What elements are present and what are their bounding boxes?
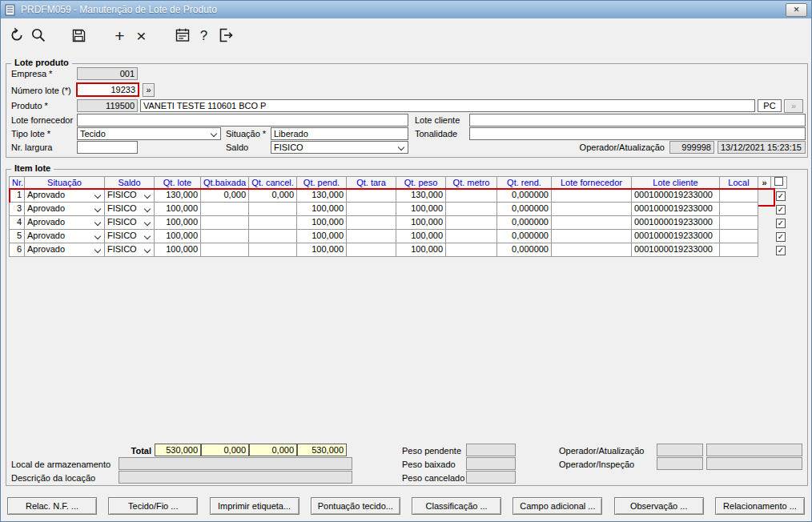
plus-icon: + — [115, 27, 124, 44]
grid-cell — [347, 189, 396, 203]
grid-cell-dropdown[interactable]: Aprovado — [25, 203, 105, 216]
grid-cell: 100,000 — [155, 230, 201, 243]
grid-row[interactable]: 3AprovadoFISICO100,000100,000100,0000,00… — [9, 203, 787, 216]
footer-button[interactable]: Tecido/Fio ... — [108, 497, 198, 515]
grid-col-header[interactable]: Qt. rend. — [497, 176, 552, 189]
grid-cell-dropdown[interactable]: FISICO — [105, 243, 155, 257]
grid-cell-dropdown[interactable]: FISICO — [105, 230, 155, 243]
grid-cell: 100,000 — [396, 230, 446, 243]
grid-cell — [446, 216, 497, 230]
delete-button[interactable]: × — [131, 25, 152, 46]
footer-button[interactable]: Pontuação tecido... — [311, 497, 400, 515]
grid-col-header[interactable]: Qt. metro — [446, 176, 497, 189]
row-checkbox[interactable]: ✓ — [771, 230, 787, 243]
grid-row-gap — [758, 203, 771, 216]
lote-fornecedor-field[interactable] — [77, 114, 408, 126]
peso-pendente-label: Peso pendente — [402, 444, 461, 457]
calendar-button[interactable] — [171, 25, 193, 46]
grid-col-header[interactable]: Qt.baixada — [201, 176, 249, 189]
footer-button[interactable]: Imprimir etiqueta... — [210, 497, 299, 515]
grid-cell — [347, 203, 396, 216]
row-checkbox[interactable]: ✓ — [771, 203, 787, 216]
nr-largura-field[interactable] — [77, 141, 138, 154]
total-qt-pend-field: 530,000 — [297, 444, 347, 456]
grid-col-header[interactable]: Lote cliente — [632, 176, 720, 189]
grid-cell: 100,000 — [155, 243, 201, 257]
grid-cell-dropdown[interactable]: FISICO — [105, 203, 155, 216]
grid-col-header[interactable]: Qt. tara — [347, 176, 396, 189]
numero-lote-field[interactable]: 19233 — [76, 82, 139, 97]
grid-col-header[interactable]: Local — [720, 176, 758, 189]
grid-col-header[interactable]: Lote fornecedor — [552, 176, 632, 189]
total-label: Total — [103, 444, 151, 457]
grid-row[interactable]: 4AprovadoFISICO100,000100,000100,0000,00… — [9, 216, 787, 230]
grid-cell: 100,000 — [155, 216, 201, 230]
descricao-locacao-label: Descrição da locação — [11, 472, 95, 484]
item-lote-group: Item lote Nr.SituaçãoSaldoQt. loteQt.bai… — [6, 169, 808, 486]
chevron-down-icon — [144, 247, 151, 253]
grid-row[interactable]: 1AprovadoFISICO130,0000,0000,000130,0001… — [9, 189, 787, 203]
add-button[interactable]: + — [109, 25, 131, 46]
grid-checkbox-header[interactable] — [771, 176, 787, 189]
grid-cell: 0,000000 — [497, 189, 552, 203]
row-checkbox[interactable]: ✓ — [771, 189, 787, 203]
footer-button[interactable]: Classificação ... — [412, 497, 501, 515]
grid-cell-dropdown[interactable]: Aprovado — [25, 189, 105, 203]
grid-row[interactable]: 5AprovadoFISICO100,000100,000100,0000,00… — [9, 230, 787, 243]
grid-col-header[interactable]: Situação — [25, 176, 105, 189]
grid-cell — [552, 189, 632, 203]
tonalidade-field[interactable] — [469, 127, 806, 140]
grid-cell — [552, 243, 632, 257]
produto-descricao-field: VANETI TESTE 110601 BCO P — [140, 99, 755, 112]
tonalidade-label: Tonalidade — [415, 127, 457, 140]
refresh-button[interactable] — [6, 25, 27, 46]
grid-cell-dropdown[interactable]: FISICO — [105, 189, 155, 203]
saldo-select[interactable]: FISICO — [271, 141, 408, 154]
help-button[interactable]: ? — [193, 25, 215, 46]
grid-row-gap — [758, 216, 771, 230]
grid-cell: 1 — [9, 189, 25, 203]
grid-col-header[interactable]: Nr. — [9, 176, 25, 189]
grid-col-header[interactable]: Qt. pend. — [297, 176, 347, 189]
close-button[interactable]: × — [786, 3, 807, 17]
footer-button[interactable]: Campo adicional ... — [513, 497, 602, 515]
toolbar-spacer — [90, 35, 109, 36]
grid-more-columns-button[interactable]: » — [758, 176, 771, 189]
footer-button[interactable]: Observação ... — [614, 497, 704, 515]
grid-cell-dropdown[interactable]: Aprovado — [25, 243, 105, 257]
row-checkbox[interactable]: ✓ — [771, 243, 787, 257]
grid-cell — [347, 230, 396, 243]
help-icon: ? — [200, 27, 207, 44]
peso-cancelado-label: Peso cancelado — [402, 472, 464, 484]
grid-row[interactable]: 6AprovadoFISICO100,000100,000100,0000,00… — [9, 243, 787, 257]
row-checkbox[interactable]: ✓ — [771, 216, 787, 230]
grid-cell-dropdown[interactable]: FISICO — [105, 216, 155, 230]
situacao-field[interactable]: Liberado — [271, 127, 408, 140]
numero-lote-expand-button[interactable]: » — [143, 83, 155, 97]
grid-cell: 0001000019233000 — [632, 189, 720, 203]
save-button[interactable] — [68, 25, 90, 46]
grid-cell-dropdown[interactable]: Aprovado — [25, 216, 105, 230]
footer-button[interactable]: Relacionamento ... — [715, 497, 805, 515]
grid-cell: 0001000019233000 — [632, 216, 720, 230]
footer-button[interactable]: Relac. N.F. ... — [7, 497, 97, 515]
grid-cell-dropdown[interactable]: Aprovado — [25, 230, 105, 243]
grid-col-header[interactable]: Qt. lote — [155, 176, 201, 189]
checkmark-icon: ✓ — [776, 232, 786, 242]
grid-col-header[interactable]: Saldo — [105, 176, 155, 189]
grid-col-header[interactable]: Qt. cancel. — [249, 176, 297, 189]
lote-produto-group: Lote produto Empresa * 001 Número lote (… — [6, 63, 808, 158]
grid-cell: 0,000 — [249, 189, 297, 203]
grid-col-header[interactable]: Qt. peso — [396, 176, 446, 189]
grid-header-row: Nr.SituaçãoSaldoQt. loteQt.baixadaQt. ca… — [9, 176, 787, 189]
footer-operador-atualizacao-field-1 — [657, 444, 703, 456]
produto-expand-button[interactable]: » — [784, 99, 803, 113]
checkbox-header-icon — [774, 177, 783, 186]
exit-button[interactable] — [215, 25, 236, 46]
toolbar-spacer — [49, 35, 68, 36]
grid-cell: 100,000 — [396, 216, 446, 230]
search-button[interactable] — [27, 25, 49, 46]
lote-cliente-field[interactable] — [469, 114, 806, 126]
grid-cell — [720, 243, 758, 257]
tipo-lote-select[interactable]: Tecido — [77, 127, 221, 140]
